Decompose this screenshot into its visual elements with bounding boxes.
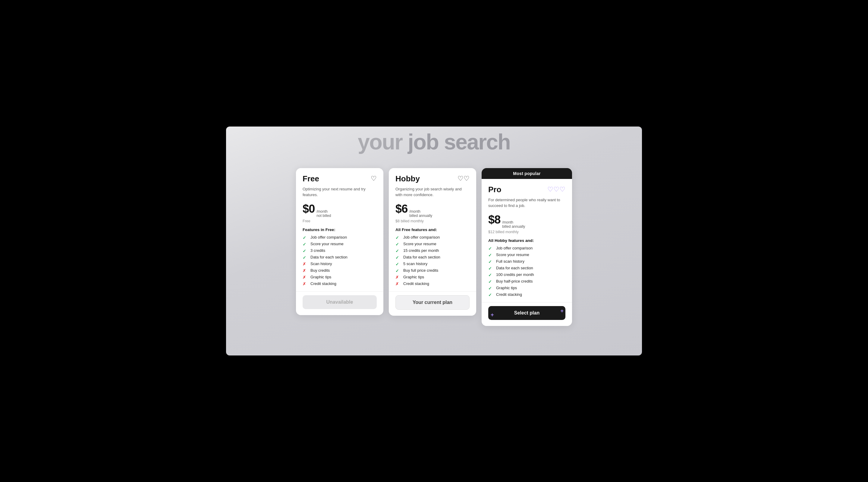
price-row-free: $0/monthnot billed [303,202,377,218]
feature-item: Buy credits [303,268,377,272]
plan-button-free: Unavailable [303,295,377,309]
check-icon [303,255,308,259]
feature-item: Graphic tips [303,275,377,279]
plan-card-pro: Most popularPro♡♡♡For determined people … [482,168,572,326]
plan-description-free: Optimizing your next resume and try feat… [303,187,377,198]
feature-item: Graphic tips [488,286,565,290]
price-per-month-hobby: /month [409,210,432,214]
cross-icon [303,268,308,272]
check-icon [488,286,494,290]
card-header-pro: Pro♡♡♡ [488,185,565,194]
card-header-free: Free♡ [303,174,377,184]
feature-item: Buy full price credits [396,268,470,272]
feature-item: Score your resume [303,242,377,246]
price-amount-hobby: $6 [396,202,407,215]
feature-text: Score your resume [403,242,436,246]
feature-item: 5 scan history [396,261,470,266]
feature-text: 5 scan history [403,261,427,266]
feature-text: Full scan history [496,259,524,264]
plan-icon-hobby: ♡♡ [458,175,470,183]
feature-list-hobby: Job offer comparisonScore your resume15 … [396,235,470,286]
plan-icon-free: ♡ [371,175,377,183]
price-meta-free: /monthnot billed [316,210,331,218]
feature-text: Scan history [310,261,332,266]
feature-item: 100 credits per month [488,272,565,277]
feature-text: Score your resume [310,242,344,246]
card-body-hobby: Hobby♡♡Organizing your job search wisely… [389,168,476,292]
cards-container: Free♡Optimizing your next resume and try… [296,168,572,326]
price-row-hobby: $6/monthbilled annually [396,202,470,218]
feature-list-free: Job offer comparisonScore your resume3 c… [303,235,377,286]
check-icon [396,242,401,246]
check-icon [488,246,494,250]
plan-button-hobby: Your current plan [396,295,470,310]
price-billing-free: not billed [316,214,331,218]
check-icon [488,292,494,297]
cross-icon [303,275,308,279]
feature-text: Score your resume [496,252,529,257]
plan-description-hobby: Organizing your job search wisely and wi… [396,187,470,198]
card-header-hobby: Hobby♡♡ [396,174,470,184]
feature-item: Data for each section [488,266,565,270]
feature-item: Full scan history [488,259,565,264]
check-icon [396,249,401,253]
price-alt-free: Free [303,219,377,223]
card-footer-free: Unavailable [296,292,383,315]
plan-name-hobby: Hobby [396,174,420,184]
feature-text: Buy full price credits [403,268,438,272]
feature-text: Buy credits [310,268,330,272]
check-icon [488,259,494,264]
feature-text: Credit stacking [310,281,336,286]
plan-name-free: Free [303,174,319,184]
price-per-month-pro: /month [502,220,525,224]
feature-item: Job offer comparison [488,246,565,250]
feature-item: 3 credits [303,248,377,253]
price-meta-pro: /monthbilled annually [502,220,525,229]
check-icon [303,235,308,239]
plan-card-hobby: Hobby♡♡Organizing your job search wisely… [389,168,476,316]
feature-item: Credit stacking [488,292,565,297]
feature-item: Credit stacking [396,281,470,286]
price-amount-pro: $8 [488,213,500,226]
check-icon [488,272,494,277]
price-alt-pro: $12 billed monthly [488,230,565,234]
features-title-hobby: All Free features and: [396,227,470,232]
feature-item: 15 credits per month [396,248,470,253]
feature-text: Graphic tips [496,286,517,290]
plan-card-free: Free♡Optimizing your next resume and try… [296,168,383,315]
price-billing-pro: billed annually [502,224,525,229]
feature-item: Buy half-price credits [488,279,565,284]
feature-text: Graphic tips [403,275,424,279]
card-body-pro: Pro♡♡♡For determined people who really w… [482,179,572,302]
feature-text: Job offer comparison [310,235,347,239]
feature-item: Graphic tips [396,275,470,279]
price-amount-free: $0 [303,202,315,215]
hero-title: your job search [226,127,642,154]
check-icon [488,279,494,284]
feature-list-pro: Job offer comparisonScore your resumeFul… [488,246,565,297]
most-popular-badge: Most popular [482,168,572,179]
price-per-month-free: /month [316,210,331,214]
plan-description-pro: For determined people who really want to… [488,197,565,209]
price-alt-hobby: $8 billed monthly [396,219,470,223]
check-icon [488,253,494,257]
cross-icon [396,275,401,279]
feature-text: Data for each section [310,255,347,259]
check-icon [303,249,308,253]
feature-item: Score your resume [396,242,470,246]
feature-text: Buy half-price credits [496,279,532,284]
plan-button-pro[interactable]: Select plan [488,306,565,320]
plan-icon-pro: ♡♡♡ [547,186,565,193]
feature-text: Job offer comparison [496,246,532,250]
feature-text: Credit stacking [496,292,522,297]
plan-name-pro: Pro [488,185,501,194]
card-footer-pro: Select plan [482,302,572,326]
price-meta-hobby: /monthbilled annually [409,210,432,218]
feature-item: Data for each section [396,255,470,259]
feature-item: Credit stacking [303,281,377,286]
check-icon [396,235,401,239]
feature-text: 100 credits per month [496,272,534,277]
price-billing-hobby: billed annually [409,214,432,218]
feature-text: Graphic tips [310,275,331,279]
features-title-pro: All Hobby features and: [488,238,565,243]
